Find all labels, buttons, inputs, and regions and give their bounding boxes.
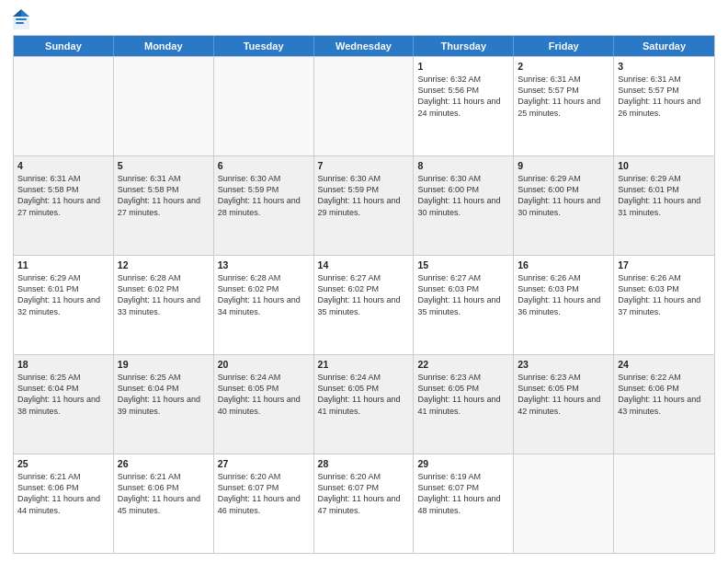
- cell-info: Sunrise: 6:32 AM Sunset: 5:56 PM Dayligh…: [417, 74, 509, 119]
- cell-info: Sunrise: 6:24 AM Sunset: 6:05 PM Dayligh…: [218, 372, 310, 417]
- calendar-cell: [314, 57, 415, 155]
- calendar-cell: 14Sunrise: 6:27 AM Sunset: 6:02 PM Dayli…: [314, 256, 415, 354]
- cell-number: 2: [518, 60, 609, 73]
- cell-number: 10: [618, 159, 711, 172]
- calendar-cell: 21Sunrise: 6:24 AM Sunset: 6:05 PM Dayli…: [314, 355, 415, 454]
- cell-number: 14: [318, 259, 410, 271]
- calendar-header-cell: Thursday: [414, 36, 514, 56]
- svg-rect-3: [16, 18, 27, 20]
- cell-info: Sunrise: 6:27 AM Sunset: 6:02 PM Dayligh…: [318, 272, 410, 317]
- calendar-row: 4Sunrise: 6:31 AM Sunset: 5:58 PM Daylig…: [14, 155, 714, 255]
- calendar-cell: 13Sunrise: 6:28 AM Sunset: 6:02 PM Dayli…: [214, 256, 314, 354]
- calendar-body: 1Sunrise: 6:32 AM Sunset: 5:56 PM Daylig…: [14, 56, 714, 553]
- cell-info: Sunrise: 6:31 AM Sunset: 5:57 PM Dayligh…: [518, 74, 609, 119]
- calendar-cell: 8Sunrise: 6:30 AM Sunset: 6:00 PM Daylig…: [414, 156, 514, 255]
- cell-number: 26: [118, 457, 210, 470]
- cell-info: Sunrise: 6:30 AM Sunset: 5:59 PM Dayligh…: [318, 173, 410, 218]
- calendar-cell: 26Sunrise: 6:21 AM Sunset: 6:06 PM Dayli…: [114, 454, 214, 553]
- cell-info: Sunrise: 6:20 AM Sunset: 6:07 PM Dayligh…: [318, 471, 410, 516]
- calendar-cell: 11Sunrise: 6:29 AM Sunset: 6:01 PM Dayli…: [14, 256, 114, 354]
- calendar-cell: 17Sunrise: 6:26 AM Sunset: 6:03 PM Dayli…: [614, 256, 714, 354]
- calendar-cell: 28Sunrise: 6:20 AM Sunset: 6:07 PM Dayli…: [314, 454, 415, 553]
- calendar-header-cell: Sunday: [14, 36, 114, 56]
- calendar-header-cell: Friday: [514, 36, 614, 56]
- cell-number: 3: [618, 60, 711, 73]
- cell-number: 24: [618, 358, 711, 371]
- cell-number: 8: [417, 159, 509, 172]
- cell-info: Sunrise: 6:21 AM Sunset: 6:06 PM Dayligh…: [17, 471, 109, 516]
- cell-number: 7: [318, 159, 410, 172]
- calendar-cell: 24Sunrise: 6:22 AM Sunset: 6:06 PM Dayli…: [614, 355, 714, 454]
- calendar-cell: [514, 454, 614, 553]
- logo-icon: [13, 9, 29, 29]
- cell-number: 18: [17, 358, 109, 371]
- calendar-cell: 9Sunrise: 6:29 AM Sunset: 6:00 PM Daylig…: [514, 156, 614, 255]
- calendar-cell: 5Sunrise: 6:31 AM Sunset: 5:58 PM Daylig…: [114, 156, 214, 255]
- calendar-row: 25Sunrise: 6:21 AM Sunset: 6:06 PM Dayli…: [14, 454, 714, 553]
- calendar-header-row: SundayMondayTuesdayWednesdayThursdayFrid…: [14, 36, 714, 56]
- calendar-cell: 3Sunrise: 6:31 AM Sunset: 5:57 PM Daylig…: [614, 57, 714, 155]
- cell-info: Sunrise: 6:25 AM Sunset: 6:04 PM Dayligh…: [17, 372, 109, 417]
- cell-info: Sunrise: 6:31 AM Sunset: 5:58 PM Dayligh…: [118, 173, 210, 218]
- calendar-cell: [14, 57, 114, 155]
- calendar-cell: [614, 454, 714, 553]
- cell-number: 25: [17, 457, 109, 470]
- svg-marker-1: [21, 9, 29, 17]
- calendar: SundayMondayTuesdayWednesdayThursdayFrid…: [13, 35, 715, 554]
- cell-number: 5: [118, 159, 210, 172]
- cell-number: 20: [218, 358, 310, 371]
- calendar-header-cell: Tuesday: [214, 36, 314, 56]
- cell-info: Sunrise: 6:20 AM Sunset: 6:07 PM Dayligh…: [218, 471, 310, 516]
- cell-info: Sunrise: 6:26 AM Sunset: 6:03 PM Dayligh…: [618, 272, 711, 317]
- cell-info: Sunrise: 6:19 AM Sunset: 6:07 PM Dayligh…: [417, 471, 509, 516]
- cell-info: Sunrise: 6:30 AM Sunset: 5:59 PM Dayligh…: [218, 173, 310, 218]
- cell-number: 1: [417, 60, 509, 73]
- cell-info: Sunrise: 6:21 AM Sunset: 6:06 PM Dayligh…: [118, 471, 210, 516]
- cell-number: 4: [17, 159, 109, 172]
- logo: [13, 9, 33, 29]
- cell-info: Sunrise: 6:28 AM Sunset: 6:02 PM Dayligh…: [118, 272, 210, 317]
- calendar-cell: 16Sunrise: 6:26 AM Sunset: 6:03 PM Dayli…: [514, 256, 614, 354]
- cell-number: 27: [218, 457, 310, 470]
- calendar-cell: 10Sunrise: 6:29 AM Sunset: 6:01 PM Dayli…: [614, 156, 714, 255]
- cell-number: 9: [518, 159, 609, 172]
- calendar-cell: 12Sunrise: 6:28 AM Sunset: 6:02 PM Dayli…: [114, 256, 214, 354]
- cell-info: Sunrise: 6:29 AM Sunset: 6:00 PM Dayligh…: [518, 173, 609, 218]
- cell-info: Sunrise: 6:30 AM Sunset: 6:00 PM Dayligh…: [417, 173, 509, 218]
- cell-info: Sunrise: 6:29 AM Sunset: 6:01 PM Dayligh…: [17, 272, 109, 317]
- cell-info: Sunrise: 6:25 AM Sunset: 6:04 PM Dayligh…: [118, 372, 210, 417]
- calendar-cell: [214, 57, 314, 155]
- calendar-cell: 2Sunrise: 6:31 AM Sunset: 5:57 PM Daylig…: [514, 57, 614, 155]
- header: [13, 9, 715, 29]
- calendar-cell: 19Sunrise: 6:25 AM Sunset: 6:04 PM Dayli…: [114, 355, 214, 454]
- calendar-header-cell: Monday: [114, 36, 214, 56]
- calendar-cell: 7Sunrise: 6:30 AM Sunset: 5:59 PM Daylig…: [314, 156, 415, 255]
- cell-info: Sunrise: 6:23 AM Sunset: 6:05 PM Dayligh…: [417, 372, 509, 417]
- cell-number: 15: [417, 259, 509, 271]
- calendar-cell: 15Sunrise: 6:27 AM Sunset: 6:03 PM Dayli…: [414, 256, 514, 354]
- calendar-cell: 1Sunrise: 6:32 AM Sunset: 5:56 PM Daylig…: [414, 57, 514, 155]
- page: SundayMondayTuesdayWednesdayThursdayFrid…: [0, 0, 728, 563]
- cell-number: 17: [618, 259, 711, 271]
- calendar-cell: 23Sunrise: 6:23 AM Sunset: 6:05 PM Dayli…: [514, 355, 614, 454]
- calendar-row: 1Sunrise: 6:32 AM Sunset: 5:56 PM Daylig…: [14, 56, 714, 155]
- calendar-cell: 29Sunrise: 6:19 AM Sunset: 6:07 PM Dayli…: [414, 454, 514, 553]
- svg-marker-2: [13, 9, 21, 17]
- calendar-cell: [114, 57, 214, 155]
- calendar-cell: 27Sunrise: 6:20 AM Sunset: 6:07 PM Dayli…: [214, 454, 314, 553]
- cell-info: Sunrise: 6:22 AM Sunset: 6:06 PM Dayligh…: [618, 372, 711, 417]
- calendar-header-cell: Saturday: [614, 36, 714, 56]
- calendar-header-cell: Wednesday: [314, 36, 415, 56]
- cell-number: 21: [318, 358, 410, 371]
- calendar-cell: 22Sunrise: 6:23 AM Sunset: 6:05 PM Dayli…: [414, 355, 514, 454]
- cell-number: 29: [417, 457, 509, 470]
- cell-number: 11: [17, 259, 109, 271]
- cell-number: 12: [118, 259, 210, 271]
- cell-info: Sunrise: 6:31 AM Sunset: 5:57 PM Dayligh…: [618, 74, 711, 119]
- cell-number: 13: [218, 259, 310, 271]
- svg-rect-4: [16, 22, 24, 24]
- calendar-row: 18Sunrise: 6:25 AM Sunset: 6:04 PM Dayli…: [14, 354, 714, 454]
- calendar-cell: 4Sunrise: 6:31 AM Sunset: 5:58 PM Daylig…: [14, 156, 114, 255]
- cell-info: Sunrise: 6:27 AM Sunset: 6:03 PM Dayligh…: [417, 272, 509, 317]
- cell-number: 22: [417, 358, 509, 371]
